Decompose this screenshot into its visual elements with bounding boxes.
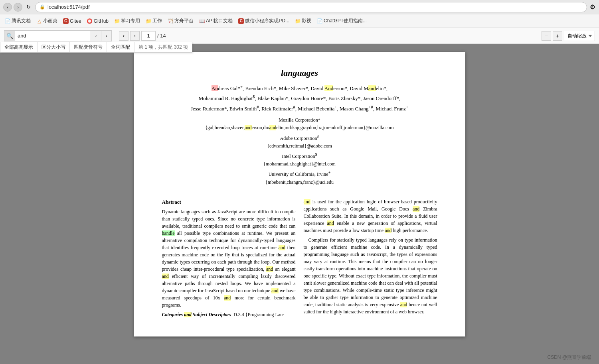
paper-title: languages — [162, 68, 437, 78]
refresh-button[interactable]: ↻ — [24, 3, 33, 12]
main-content: languages Andreas Gal*+, Brendan Eich*, … — [0, 44, 599, 364]
affil-intel-email: {mohammad.r.haghighat}@intel.com — [162, 160, 437, 168]
search-next-button[interactable]: › — [101, 30, 112, 41]
search-prev-button[interactable]: ‹ — [91, 30, 101, 41]
pdf-toolbar: 🔍 ‹ › 全部高亮显示 区分大小写 匹配变音符号 全词匹配 第 1 项，共匹配… — [0, 28, 599, 44]
abstract-heading: Abstract — [162, 198, 296, 206]
bookmark-ark[interactable]: 🏹 方舟平台 — [165, 16, 196, 26]
right-para-1: and is used for the application logic of… — [304, 198, 437, 234]
authors: Andreas Gal*+, Brendan Eich*, Mike Shave… — [162, 83, 437, 113]
zoom-select[interactable]: 自动缩放 50% 75% 100% 125% 150% — [564, 31, 595, 41]
affil-adobe-name: Adobe Corporation# — [162, 134, 437, 142]
left-column: Abstract Dynamic languages such as JavaS… — [162, 198, 296, 321]
two-column-layout: Abstract Dynamic languages such as JavaS… — [162, 198, 437, 321]
affil-mozilla-name: Mozilla Corporation* — [162, 116, 437, 124]
bookmark-wechat[interactable]: C 微信小程序实现PD... — [236, 16, 292, 26]
page-controls: ‹ › / 14 — [119, 31, 166, 41]
highlight-all-button[interactable]: 全部高亮显示 — [0, 42, 38, 52]
bookmarks-bar: 📄 腾讯文档 △ 小画桌 G Gitee ⭕ GitHub 📁 学习专用 📁 工… — [0, 14, 599, 28]
page-total: / 14 — [157, 33, 166, 39]
author-andreas: Andreas Gal*+, Brendan Eich*, Mike Shave… — [212, 85, 387, 91]
api-icon: 📖 — [199, 18, 205, 24]
categories-paragraph: Categories and Subject Descriptors D.3.4… — [162, 311, 296, 318]
gitee-icon: G — [63, 18, 69, 24]
browser-chrome: ‹ › ↻ 🔒 localhost:5174/pdf ⚙ — [0, 0, 599, 14]
affil-mozilla-email: {gal,brendan,shaver,anderson,dmandelin,m… — [162, 124, 437, 132]
xiaohuazhuo-icon: △ — [36, 18, 42, 24]
nav-controls: ‹ › ↻ — [3, 3, 33, 12]
forward-button[interactable]: › — [14, 3, 22, 12]
study-icon: 📁 — [114, 18, 120, 24]
zoom-in-button[interactable]: + — [553, 31, 562, 41]
affil-adobe-email: {edwsmith,rreitmai}@adobe.com — [162, 142, 437, 150]
search-input[interactable] — [15, 30, 91, 41]
bookmark-gitee-label: Gitee — [70, 18, 81, 24]
page-number-input[interactable] — [141, 31, 156, 41]
zoom-controls: − + 自动缩放 50% 75% 100% 125% 150% — [542, 31, 595, 41]
bookmark-wechat-label: 微信小程序实现PD... — [245, 18, 289, 24]
diacritic-match-button[interactable]: 匹配变音符号 — [70, 42, 107, 52]
affil-intel-name: Intel Corporation$ — [162, 152, 437, 160]
affiliation-mozilla: Mozilla Corporation* {gal,brendan,shaver… — [162, 116, 437, 132]
affiliation-adobe: Adobe Corporation# {edwsmith,rreitmai}@a… — [162, 134, 437, 150]
ark-icon: 🏹 — [168, 18, 173, 24]
bookmark-work[interactable]: 📁 工作 — [143, 16, 164, 26]
search-options-panel: 全部高亮显示 区分大小写 匹配变音符号 全词匹配 第 1 项，共匹配 302 项 — [0, 42, 192, 53]
affiliation-uci: University of California, Irvine+ {mbebe… — [162, 169, 437, 186]
video-icon: 📁 — [295, 18, 300, 24]
work-icon: 📁 — [146, 18, 151, 24]
abstract-paragraph: Dynamic languages such as JavaScript are… — [162, 208, 296, 309]
right-para-2: Compilers for statically typed languages… — [304, 236, 437, 315]
bookmark-ark-label: 方舟平台 — [174, 18, 194, 24]
bookmark-tencent[interactable]: 📄 腾讯文档 — [2, 16, 33, 26]
bookmark-video-label: 影视 — [302, 18, 311, 24]
address-bar[interactable]: 🔒 localhost:5174/pdf — [35, 2, 587, 12]
bookmark-video[interactable]: 📁 影视 — [293, 16, 314, 26]
whole-word-button[interactable]: 全词匹配 — [107, 42, 134, 52]
page-next-button[interactable]: › — [130, 31, 140, 41]
bookmark-xiaohuazhuo[interactable]: △ 小画桌 — [34, 16, 60, 26]
search-button[interactable]: 🔍 — [4, 30, 15, 41]
bookmark-gitee[interactable]: G Gitee — [61, 17, 84, 25]
bookmark-github[interactable]: ⭕ GitHub — [85, 17, 111, 25]
case-sensitive-button[interactable]: 区分大小写 — [38, 42, 70, 52]
bookmark-chatgpt[interactable]: 📄 ChatGPT使用指南... — [314, 16, 369, 26]
bookmark-tencent-label: 腾讯文档 — [12, 18, 31, 24]
zoom-out-button[interactable]: − — [542, 31, 551, 41]
bookmark-work-label: 工作 — [152, 18, 162, 24]
wechat-icon: C — [238, 18, 244, 24]
bookmark-study[interactable]: 📁 学习专用 — [112, 16, 142, 26]
search-container: 🔍 ‹ › — [4, 30, 112, 41]
affiliation-intel: Intel Corporation$ {mohammad.r.haghighat… — [162, 152, 437, 168]
lock-icon: 🔒 — [40, 4, 45, 10]
page-prev-button[interactable]: ‹ — [119, 31, 128, 41]
back-button[interactable]: ‹ — [3, 3, 12, 12]
affil-uci-email: {mbebenit,changm,franz}@uci.edu — [162, 179, 437, 186]
url-text: localhost:5174/pdf — [47, 4, 90, 10]
affil-uci-name: University of California, Irvine+ — [162, 169, 437, 178]
pdf-viewer[interactable]: languages Andreas Gal*+, Brendan Eich*, … — [0, 44, 599, 364]
watermark: CSDN @燕哥学前端 — [547, 354, 591, 361]
bookmark-api[interactable]: 📖 API接口文档 — [197, 16, 235, 26]
right-column: and is used for the application logic of… — [304, 198, 437, 321]
bookmark-xiaohuazhuo-label: 小画桌 — [43, 18, 57, 24]
search-result-info: 第 1 项，共匹配 302 项 — [134, 42, 192, 52]
pdf-page: languages Andreas Gal*+, Brendan Eich*, … — [134, 52, 465, 336]
chatgpt-icon: 📄 — [317, 18, 322, 24]
bookmark-github-label: GitHub — [94, 18, 109, 24]
bookmark-study-label: 学习专用 — [121, 18, 140, 24]
bookmark-chatgpt-label: ChatGPT使用指南... — [324, 18, 367, 24]
extension-icon[interactable]: ⚙ — [589, 4, 596, 10]
bookmark-api-label: API接口文档 — [206, 18, 233, 24]
tencent-icon: 📄 — [5, 18, 10, 24]
github-icon: ⭕ — [87, 18, 93, 24]
